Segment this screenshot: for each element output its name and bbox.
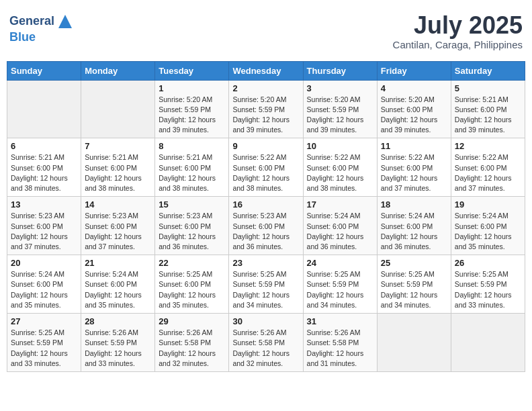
calendar-cell: 14Sunrise: 5:23 AMSunset: 6:00 PMDayligh… [81,197,155,255]
calendar-cell: 16Sunrise: 5:23 AMSunset: 6:00 PMDayligh… [229,197,303,255]
day-detail: Sunrise: 5:23 AMSunset: 6:00 PMDaylight:… [232,211,299,252]
calendar-cell: 12Sunrise: 5:22 AMSunset: 6:00 PMDayligh… [451,138,525,197]
day-detail: Sunrise: 5:22 AMSunset: 6:00 PMDaylight:… [455,152,521,193]
day-detail: Sunrise: 5:24 AMSunset: 6:00 PMDaylight:… [381,211,447,252]
day-number: 11 [381,141,447,151]
calendar-cell: 5Sunrise: 5:21 AMSunset: 6:00 PMDaylight… [451,80,525,138]
day-number: 28 [85,316,151,326]
day-number: 18 [381,199,447,210]
day-number: 1 [159,83,225,93]
day-number: 16 [232,199,299,210]
day-detail: Sunrise: 5:23 AMSunset: 6:00 PMDaylight:… [11,211,77,252]
calendar-cell: 13Sunrise: 5:23 AMSunset: 6:00 PMDayligh… [7,197,81,255]
day-detail: Sunrise: 5:25 AMSunset: 5:59 PMDaylight:… [455,269,521,310]
day-number: 10 [307,141,373,151]
logo-text: General Blue [9,12,75,44]
weekday-header-wednesday: Wednesday [229,61,303,80]
day-detail: Sunrise: 5:20 AMSunset: 5:59 PMDaylight:… [159,95,225,136]
month-year: July 2025 [393,12,523,39]
day-number: 5 [455,83,521,93]
weekday-header-sunday: Sunday [7,61,81,80]
logo: General Blue [9,12,75,44]
calendar-cell: 19Sunrise: 5:24 AMSunset: 6:00 PMDayligh… [451,197,525,255]
calendar-table: SundayMondayTuesdayWednesdayThursdayFrid… [7,61,525,372]
day-number: 27 [11,316,77,326]
day-number: 13 [11,199,77,210]
day-number: 6 [11,141,77,151]
page-header: General Blue July 2025 Cantilan, Caraga,… [7,7,525,56]
calendar-week-row: 1Sunrise: 5:20 AMSunset: 5:59 PMDaylight… [7,80,525,138]
calendar-cell: 20Sunrise: 5:24 AMSunset: 6:00 PMDayligh… [7,255,81,314]
weekday-header-thursday: Thursday [303,61,377,80]
calendar-cell [451,314,525,372]
day-detail: Sunrise: 5:25 AMSunset: 5:59 PMDaylight:… [307,269,373,310]
day-number: 26 [455,258,521,268]
day-number: 9 [232,141,299,151]
day-number: 15 [159,199,225,210]
calendar-cell [81,80,155,138]
day-detail: Sunrise: 5:21 AMSunset: 6:00 PMDaylight:… [85,152,151,193]
calendar-cell: 10Sunrise: 5:22 AMSunset: 6:00 PMDayligh… [303,138,377,197]
weekday-header-monday: Monday [81,61,155,80]
day-detail: Sunrise: 5:26 AMSunset: 5:58 PMDaylight:… [232,328,299,369]
day-number: 24 [307,258,373,268]
day-detail: Sunrise: 5:21 AMSunset: 6:00 PMDaylight:… [11,152,77,193]
day-detail: Sunrise: 5:22 AMSunset: 6:00 PMDaylight:… [232,152,299,193]
weekday-header-friday: Friday [377,61,451,80]
calendar-cell: 23Sunrise: 5:25 AMSunset: 5:59 PMDayligh… [229,255,303,314]
day-detail: Sunrise: 5:25 AMSunset: 5:59 PMDaylight:… [11,328,77,369]
day-number: 19 [455,199,521,210]
day-number: 2 [232,83,299,93]
calendar-cell: 4Sunrise: 5:20 AMSunset: 6:00 PMDaylight… [377,80,451,138]
day-number: 4 [381,83,447,93]
calendar-cell [7,80,81,138]
day-detail: Sunrise: 5:20 AMSunset: 5:59 PMDaylight:… [307,95,373,136]
day-detail: Sunrise: 5:26 AMSunset: 5:58 PMDaylight:… [307,328,373,369]
day-detail: Sunrise: 5:26 AMSunset: 5:59 PMDaylight:… [85,328,151,369]
calendar-cell: 6Sunrise: 5:21 AMSunset: 6:00 PMDaylight… [7,138,81,197]
day-detail: Sunrise: 5:24 AMSunset: 6:00 PMDaylight:… [307,211,373,252]
calendar-cell [377,314,451,372]
calendar-cell: 29Sunrise: 5:26 AMSunset: 5:58 PMDayligh… [155,314,229,372]
day-number: 29 [159,316,225,326]
calendar-week-row: 6Sunrise: 5:21 AMSunset: 6:00 PMDaylight… [7,138,525,197]
day-number: 8 [159,141,225,151]
calendar-cell: 18Sunrise: 5:24 AMSunset: 6:00 PMDayligh… [377,197,451,255]
day-detail: Sunrise: 5:20 AMSunset: 6:00 PMDaylight:… [381,95,447,136]
calendar-cell: 28Sunrise: 5:26 AMSunset: 5:59 PMDayligh… [81,314,155,372]
day-number: 12 [455,141,521,151]
calendar-cell: 31Sunrise: 5:26 AMSunset: 5:58 PMDayligh… [303,314,377,372]
day-number: 7 [85,141,151,151]
calendar-cell: 3Sunrise: 5:20 AMSunset: 5:59 PMDaylight… [303,80,377,138]
day-number: 3 [307,83,373,93]
calendar-cell: 26Sunrise: 5:25 AMSunset: 5:59 PMDayligh… [451,255,525,314]
day-detail: Sunrise: 5:21 AMSunset: 6:00 PMDaylight:… [455,95,521,136]
calendar-cell: 25Sunrise: 5:25 AMSunset: 5:59 PMDayligh… [377,255,451,314]
day-number: 31 [307,316,373,326]
calendar-cell: 8Sunrise: 5:21 AMSunset: 6:00 PMDaylight… [155,138,229,197]
calendar-cell: 15Sunrise: 5:23 AMSunset: 6:00 PMDayligh… [155,197,229,255]
calendar-week-row: 13Sunrise: 5:23 AMSunset: 6:00 PMDayligh… [7,197,525,255]
calendar-cell: 11Sunrise: 5:22 AMSunset: 6:00 PMDayligh… [377,138,451,197]
svg-marker-0 [58,15,72,28]
day-detail: Sunrise: 5:25 AMSunset: 5:59 PMDaylight:… [232,269,299,310]
day-detail: Sunrise: 5:24 AMSunset: 6:00 PMDaylight:… [11,269,77,310]
calendar-cell: 9Sunrise: 5:22 AMSunset: 6:00 PMDaylight… [229,138,303,197]
calendar-cell: 21Sunrise: 5:24 AMSunset: 6:00 PMDayligh… [81,255,155,314]
day-detail: Sunrise: 5:20 AMSunset: 5:59 PMDaylight:… [232,95,299,136]
title-section: July 2025 Cantilan, Caraga, Philippines [393,12,523,50]
day-detail: Sunrise: 5:22 AMSunset: 6:00 PMDaylight:… [381,152,447,193]
day-detail: Sunrise: 5:21 AMSunset: 6:00 PMDaylight:… [159,152,225,193]
calendar-cell: 30Sunrise: 5:26 AMSunset: 5:58 PMDayligh… [229,314,303,372]
day-detail: Sunrise: 5:25 AMSunset: 5:59 PMDaylight:… [381,269,447,310]
calendar-cell: 2Sunrise: 5:20 AMSunset: 5:59 PMDaylight… [229,80,303,138]
calendar-cell: 22Sunrise: 5:25 AMSunset: 6:00 PMDayligh… [155,255,229,314]
day-detail: Sunrise: 5:26 AMSunset: 5:58 PMDaylight:… [159,328,225,369]
day-number: 22 [159,258,225,268]
calendar-cell: 24Sunrise: 5:25 AMSunset: 5:59 PMDayligh… [303,255,377,314]
day-detail: Sunrise: 5:23 AMSunset: 6:00 PMDaylight:… [85,211,151,252]
weekday-header-saturday: Saturday [451,61,525,80]
day-number: 20 [11,258,77,268]
day-number: 23 [232,258,299,268]
calendar-week-row: 27Sunrise: 5:25 AMSunset: 5:59 PMDayligh… [7,314,525,372]
